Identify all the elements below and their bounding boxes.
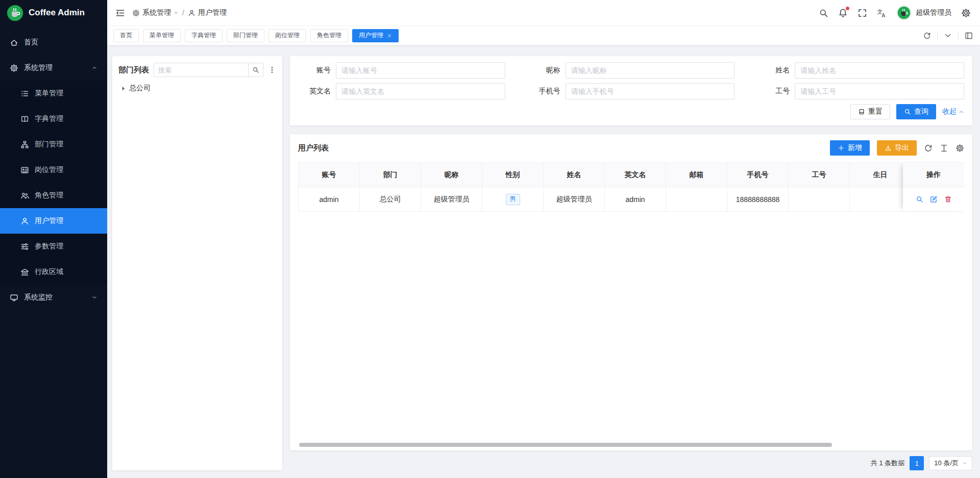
tab-dict-mgmt[interactable]: 字典管理: [185, 29, 223, 42]
search-icon: [252, 66, 259, 73]
sidebar-item-role-mgmt[interactable]: 角色管理: [0, 183, 107, 208]
field-label: 手机号: [528, 87, 560, 96]
page-1-button[interactable]: 1: [910, 456, 924, 470]
chevron-down-icon: [174, 10, 179, 15]
sidebar-menu: 首页 系统管理 菜单管理 字典管理 部门管理: [0, 26, 107, 478]
table-header-row: 账号 部门 昵称 性别 姓名 英文名 邮箱 手机号 工号: [299, 163, 911, 187]
name-input[interactable]: [795, 62, 964, 79]
sidebar-item-monitor[interactable]: 系统监控: [0, 285, 107, 310]
chevron-down-icon: [91, 294, 97, 300]
tree-node-head-office[interactable]: 总公司: [118, 77, 276, 93]
fullscreen-icon[interactable]: [857, 8, 867, 18]
view-icon[interactable]: [916, 195, 923, 203]
field-job-number: 工号: [757, 83, 964, 99]
sidebar-item-label: 行政区域: [35, 267, 63, 276]
cell-email: [666, 187, 727, 212]
breadcrumb-separator: /: [182, 9, 184, 17]
field-label: 姓名: [757, 66, 790, 75]
refresh-icon[interactable]: [924, 144, 933, 153]
cell-dept: 总公司: [360, 187, 421, 212]
reset-button[interactable]: 重置: [850, 104, 890, 119]
sidebar-item-post-mgmt[interactable]: 岗位管理: [0, 157, 107, 183]
query-button[interactable]: 查询: [896, 104, 936, 119]
table-scroll-area: 账号 部门 昵称 性别 姓名 英文名 邮箱 手机号 工号: [298, 162, 964, 212]
tab-label: 部门管理: [233, 31, 258, 40]
collapse-link[interactable]: 收起: [942, 107, 964, 116]
sidebar-item-label: 系统管理: [24, 63, 53, 72]
sidebar: Coffee Admin 首页 系统管理 菜单管理 字典管理: [0, 0, 107, 478]
sidebar-item-region-mgmt[interactable]: 行政区域: [0, 259, 107, 285]
delete-icon[interactable]: [944, 195, 952, 203]
tab-dept-mgmt[interactable]: 部门管理: [227, 29, 264, 42]
cell-gender: 男: [482, 187, 544, 212]
add-button-label: 新增: [848, 143, 862, 153]
scrollbar-thumb[interactable]: [299, 443, 832, 447]
chevron-down-icon[interactable]: [944, 32, 952, 40]
density-icon[interactable]: [940, 144, 948, 153]
notification-bell[interactable]: [838, 8, 848, 18]
sidebar-item-dict-mgmt[interactable]: 字典管理: [0, 106, 107, 132]
sidebar-item-user-mgmt[interactable]: 用户管理: [0, 208, 107, 234]
sidebar-item-label: 岗位管理: [35, 165, 63, 174]
sliders-icon: [20, 242, 29, 251]
breadcrumb-user-mgmt[interactable]: 用户管理: [188, 8, 227, 17]
operations-header: 操作: [903, 162, 964, 187]
column-header: 邮箱: [666, 163, 727, 187]
department-panel-title: 部门列表: [118, 65, 149, 75]
menu-fold-icon[interactable]: [115, 8, 125, 18]
breadcrumb-label: 系统管理: [142, 8, 171, 17]
add-button[interactable]: 新增: [830, 140, 870, 156]
tab-post-mgmt[interactable]: 岗位管理: [268, 29, 306, 42]
sidebar-item-label: 系统监控: [24, 293, 53, 302]
english-name-input[interactable]: [336, 83, 505, 99]
phone-input[interactable]: [566, 83, 735, 99]
tab-home[interactable]: 首页: [113, 29, 139, 42]
sidebar-item-home[interactable]: 首页: [0, 30, 107, 55]
search-icon[interactable]: [819, 8, 828, 18]
tab-user-mgmt[interactable]: 用户管理: [352, 29, 399, 42]
more-options-icon[interactable]: [268, 66, 276, 74]
topbar: 系统管理 / 用户管理 文A: [107, 0, 980, 26]
translate-icon[interactable]: 文A: [877, 8, 887, 18]
field-label: 昵称: [528, 66, 560, 75]
sidebar-item-menu-mgmt[interactable]: 菜单管理: [0, 81, 107, 106]
search-icon: [904, 108, 911, 115]
tabbar: 首页 菜单管理 字典管理 部门管理 岗位管理 角色管理 用户管理: [107, 26, 980, 45]
right-column: 账号 昵称 姓名 英文名: [290, 56, 972, 470]
query-button-label: 查询: [914, 107, 928, 116]
page-size-select[interactable]: 10 条/页: [929, 456, 972, 470]
department-search-button[interactable]: [248, 63, 263, 77]
export-button-label: 导出: [895, 143, 909, 153]
tree-node-label: 总公司: [129, 84, 151, 93]
column-settings-gear-icon[interactable]: [955, 144, 964, 153]
tab-menu-mgmt[interactable]: 菜单管理: [143, 29, 181, 42]
job-number-input[interactable]: [795, 83, 964, 99]
close-icon[interactable]: [387, 33, 392, 38]
settings-gear-icon[interactable]: [961, 8, 971, 18]
field-phone: 手机号: [528, 83, 735, 99]
sidebar-item-param-mgmt[interactable]: 参数管理: [0, 234, 107, 259]
topbar-right: 文A 超级管理员: [819, 5, 971, 20]
export-button[interactable]: 导出: [877, 140, 917, 156]
breadcrumb-label: 用户管理: [198, 8, 227, 17]
nickname-input[interactable]: [566, 62, 735, 79]
sidebar-item-system[interactable]: 系统管理: [0, 55, 107, 81]
account-input[interactable]: [336, 62, 505, 79]
edit-icon[interactable]: [930, 195, 938, 203]
refresh-icon[interactable]: [923, 32, 931, 40]
main-area: 系统管理 / 用户管理 文A: [107, 0, 980, 478]
sidebar-item-dept-mgmt[interactable]: 部门管理: [0, 132, 107, 157]
operations-column: 操作: [903, 162, 964, 212]
column-header: 英文名: [605, 163, 666, 187]
layout-icon[interactable]: [965, 32, 973, 40]
page-size-value: 10 条/页: [934, 459, 959, 468]
cell-name: 超级管理员: [544, 187, 605, 212]
horizontal-scrollbar: [298, 442, 964, 447]
org-tree-icon: [20, 140, 29, 149]
user-menu[interactable]: 超级管理员: [896, 5, 951, 20]
column-header: 生日: [850, 163, 911, 187]
tab-role-mgmt[interactable]: 角色管理: [310, 29, 348, 42]
breadcrumb-system[interactable]: 系统管理: [132, 8, 179, 17]
department-search-input[interactable]: [154, 63, 248, 77]
logo: Coffee Admin: [0, 0, 107, 26]
